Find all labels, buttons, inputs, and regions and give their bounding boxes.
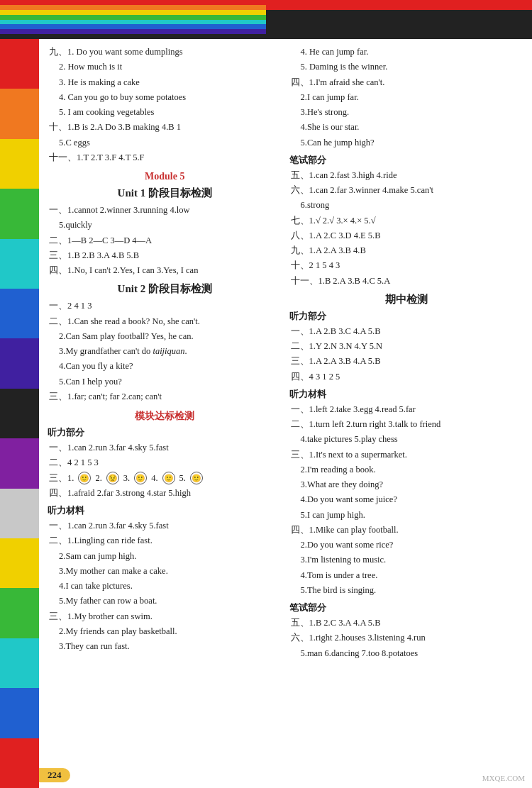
ml-1: 一、1.A 2.B 3.C 4.A 5.B (289, 324, 524, 339)
listening-title: 听力部分 (48, 426, 282, 439)
mm-3-4: 4.Do you want some juice? (289, 492, 524, 507)
lt-3: 三、1.🙂 2.😟 3.🙂 4.🙂 5.🙂 (48, 471, 282, 486)
line-10-c: 5.C eggs (48, 135, 282, 150)
rainbow-col-2 (89, 0, 177, 39)
u1-4: 四、1.No, I can't 2.Yes, I can 3.Yes, I ca… (48, 263, 282, 278)
emoji-happy-3: 🙂 (162, 472, 175, 484)
u1-3: 三、1.B 2.B 3.A 4.B 5.B (48, 248, 282, 263)
u2-2-3: 3.My grandfather can't do taijiquan. (48, 344, 282, 359)
lm-2-3: 3.My mother can make a cake. (48, 564, 282, 579)
lm-3-3: 3.They can run fast. (48, 639, 282, 654)
lt-4: 四、1.afraid 2.far 3.strong 4.star 5.high (48, 486, 282, 501)
lm-2-5: 5.My father can row a boat. (48, 594, 282, 609)
left-column: 九、1. Do you want some dumplings 2. How m… (48, 45, 282, 760)
w-5: 五、1.can 2.fast 3.high 4.ride (289, 168, 524, 183)
ml-3: 三、1.A 2.A 3.B 4.A 5.B (289, 354, 524, 369)
lm-1: 一、1.can 2.run 3.far 4.sky 5.fast (48, 518, 282, 533)
line-10: 十、1.B is 2.A Do 3.B making 4.B 1 (48, 120, 282, 135)
u2-2-4: 4.Can you fly a kite? (48, 359, 282, 374)
u2-2-5: 5.Can I help you? (48, 374, 282, 389)
line-9-2: 2. How much is it (48, 60, 282, 74)
rainbow-col-1 (0, 0, 89, 39)
midterm-material-title: 听力材料 (289, 388, 524, 401)
rainbow-bar (0, 0, 532, 39)
wt2-6-1: 六、1.right 2.houses 3.listening 4.run (289, 631, 524, 645)
midterm-title: 期中检测 (289, 293, 524, 306)
mm-3-5: 5.I can jump high. (289, 508, 524, 523)
r-si-1: 四、1.I'm afraid she can't. (289, 75, 524, 90)
midterm-listening-title: 听力部分 (289, 310, 524, 323)
u2-2-2: 2.Can Sam play football? Yes, he can. (48, 329, 282, 344)
rainbow-col-3 (177, 0, 266, 39)
line-9-1: 九、1. Do you want some dumplings (48, 45, 282, 60)
lm-2-4: 4.I can take pictures. (48, 579, 282, 594)
w-10: 十、2 1 5 4 3 (289, 258, 524, 273)
lm-3-1: 三、1.My brother can swim. (48, 609, 282, 624)
rainbow-col-4 (266, 0, 532, 39)
mm-1: 一、1.left 2.take 3.egg 4.read 5.far (289, 402, 524, 417)
wt2-6-2: 5.man 6.dancing 7.too 8.potatoes (289, 646, 524, 661)
listening-material-title: 听力材料 (48, 504, 282, 517)
ml-2: 二、1.Y 2.N 3.N 4.Y 5.N (289, 339, 524, 354)
emoji-happy-1: 🙂 (78, 472, 91, 484)
line-9-3: 3. He is making a cake (48, 75, 282, 90)
u1-1: 一、1.cannot 2.winner 3.running 4.low (48, 203, 282, 218)
u2-2-1: 二、1.Can she read a book? No, she can't. (48, 314, 282, 329)
mm-4-3: 3.I'm listening to music. (289, 553, 524, 567)
main-content: 九、1. Do you want some dumplings 2. How m… (39, 39, 532, 788)
wt2-5: 五、1.B 2.C 3.A 4.A 5.B (289, 616, 524, 631)
mm-4-5: 5.The bird is singing. (289, 583, 524, 598)
right-column: 4. He can jump far. 5. Daming is the win… (289, 45, 524, 760)
watermark: MXQE.COM (482, 774, 525, 782)
w-9: 九、1.A 2.A 3.B 4.B (289, 243, 524, 258)
line-11: 十一、1.T 2.T 3.F 4.T 5.F (48, 150, 282, 165)
r-si-3: 3.He's strong. (289, 105, 524, 120)
u2-3: 三、1.far; can't; far 2.can; can't (48, 389, 282, 404)
lm-2-2: 2.Sam can jump high. (48, 549, 282, 564)
mm-3-2: 2.I'm reading a book. (289, 462, 524, 477)
r-si-5: 5.Can he jump high? (289, 135, 524, 150)
w-6: 六、1.can 2.far 3.winner 4.make 5.can't (289, 183, 524, 198)
mm-3-3: 3.What are they doing? (289, 477, 524, 492)
w-11: 十一、1.B 2.A 3.B 4.C 5.A (289, 274, 524, 289)
r-si-2: 2.I can jump far. (289, 90, 524, 105)
mm-2-2: 4.take pictures 5.play chess (289, 432, 524, 447)
unit2-title: Unit 2 阶段目标检测 (48, 282, 282, 296)
u1-2: 二、1—B 2—C 3—D 4—A (48, 233, 282, 248)
w-7: 七、1.√ 2.√ 3.× 4.× 5.√ (289, 213, 524, 228)
written-title: 笔试部分 (289, 154, 524, 167)
mm-2-1: 二、1.turn left 2.turn right 3.talk to fri… (289, 417, 524, 432)
mm-4-1: 四、1.Mike can play football. (289, 523, 524, 538)
u1-1b: 5.quickly (48, 218, 282, 233)
unit1-title: Unit 1 阶段目标检测 (48, 187, 282, 200)
written-title2: 笔试部分 (289, 601, 524, 614)
ml-4: 四、4 3 1 2 5 (289, 370, 524, 384)
emoji-sad: 😟 (106, 472, 119, 484)
page-number: 224 (39, 768, 70, 782)
lt-2: 二、4 2 1 5 3 (48, 455, 282, 470)
mm-4-4: 4.Tom is under a tree. (289, 568, 524, 583)
emoji-happy-4: 🙂 (190, 472, 203, 484)
r-si-4: 4.She is our star. (289, 120, 524, 135)
module5-title: Module 5 (48, 171, 282, 182)
lm-2-1: 二、1.Lingling can ride fast. (48, 533, 282, 548)
mm-3-1: 三、1.It's next to a supermarket. (289, 448, 524, 462)
u2-1: 一、2 4 1 3 (48, 299, 282, 313)
lm-3-2: 2.My friends can play basketball. (48, 624, 282, 639)
module-test-title: 模块达标检测 (48, 410, 282, 423)
line-9-5: 5. I am cooking vegetables (48, 105, 282, 120)
line-9-4: 4. Can you go to buy some potatoes (48, 90, 282, 105)
w-8: 八、1.A 2.C 3.D 4.E 5.B (289, 228, 524, 243)
lt-1: 一、1.can 2.run 3.far 4.sky 5.fast (48, 440, 282, 455)
r-4: 4. He can jump far. (289, 45, 524, 60)
mm-4-2: 2.Do you want some rice? (289, 538, 524, 553)
r-5: 5. Daming is the winner. (289, 60, 524, 74)
w-6b: 6.strong (289, 198, 524, 213)
emoji-happy-2: 🙂 (134, 472, 147, 484)
left-sidebar (0, 39, 39, 788)
